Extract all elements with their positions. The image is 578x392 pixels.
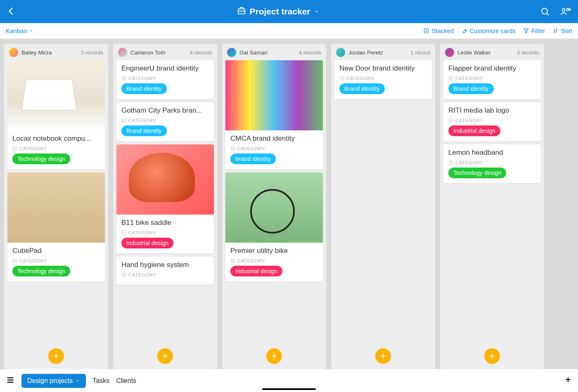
record-card[interactable]: Premier utility bikeCATEGORYIndustrial d… bbox=[225, 172, 323, 281]
record-card[interactable]: EngineerU brand identityCATEGORYBrand id… bbox=[116, 60, 214, 99]
field-label: CATEGORY bbox=[339, 76, 427, 81]
column-cards: Locax notebook compu...CATEGORYTechnolog… bbox=[4, 60, 108, 344]
search-button[interactable] bbox=[540, 7, 550, 17]
add-record-button[interactable] bbox=[375, 348, 391, 364]
column-cards: EngineerU brand identityCATEGORYBrand id… bbox=[113, 60, 217, 344]
card-body: EngineerU brand identityCATEGORYBrand id… bbox=[116, 60, 214, 99]
add-record-button[interactable] bbox=[484, 348, 500, 364]
avatar bbox=[118, 48, 127, 57]
column-name: Cameron Toth bbox=[130, 50, 187, 56]
category-tag: Industrial design bbox=[230, 266, 282, 276]
column-header[interactable]: Cameron Toth4 records bbox=[113, 44, 217, 60]
add-record-wrap bbox=[222, 344, 326, 369]
column-header[interactable]: Bailey Mirza3 records bbox=[4, 44, 108, 60]
category-tag: Brand identity bbox=[448, 83, 494, 94]
sort-button[interactable]: Sort bbox=[552, 27, 572, 34]
kanban-column: Gal Samari4 recordsCMCA brand identityCA… bbox=[222, 44, 326, 369]
record-count: 4 records bbox=[299, 50, 321, 56]
record-count: 1 record bbox=[410, 50, 430, 56]
briefcase-icon bbox=[237, 6, 246, 17]
card-title: CubePad bbox=[12, 247, 100, 255]
card-title: Gotham City Parks bran... bbox=[121, 106, 209, 115]
column-cards: New Door brand identityCATEGORYBrand ide… bbox=[331, 60, 435, 344]
card-body: Gotham City Parks bran...CATEGORYBrand i… bbox=[116, 102, 214, 141]
card-title: Locax notebook compu... bbox=[12, 135, 100, 143]
record-card[interactable]: Flapper brand identityCATEGORYBrand iden… bbox=[443, 60, 541, 99]
svg-line-3 bbox=[547, 13, 549, 15]
record-card[interactable]: New Door brand identityCATEGORYBrand ide… bbox=[334, 60, 432, 99]
view-name-label: Kanban bbox=[6, 27, 27, 34]
card-body: RITI media lab logoCATEGORYIndustrial de… bbox=[443, 102, 541, 141]
field-label: CATEGORY bbox=[121, 272, 209, 277]
record-card[interactable]: Lemon headbandCATEGORYTechnology design bbox=[443, 144, 541, 183]
svg-rect-10 bbox=[13, 147, 17, 150]
card-body: Lemon headbandCATEGORYTechnology design bbox=[443, 144, 541, 183]
field-label: CATEGORY bbox=[448, 118, 536, 123]
category-tag: Industrial design bbox=[121, 238, 173, 248]
card-image bbox=[7, 60, 105, 130]
svg-rect-29 bbox=[449, 161, 452, 164]
card-title: Hand hygiene system bbox=[121, 261, 209, 269]
column-name: Leslie Walker bbox=[457, 50, 514, 56]
card-title: B11 bike saddle bbox=[121, 219, 209, 227]
card-image bbox=[116, 144, 214, 215]
filter-button[interactable]: Filter bbox=[523, 27, 545, 34]
svg-point-2 bbox=[542, 8, 547, 14]
field-label: CATEGORY bbox=[230, 146, 318, 151]
kanban-column: Leslie Walker3 recordsFlapper brand iden… bbox=[440, 44, 544, 369]
kanban-column: Bailey Mirza3 recordsLocax notebook comp… bbox=[4, 44, 108, 369]
view-switcher[interactable]: Kanban bbox=[6, 27, 34, 34]
record-card[interactable]: Locax notebook compu...CATEGORYTechnolog… bbox=[7, 60, 105, 169]
column-header[interactable]: Leslie Walker3 records bbox=[440, 44, 544, 60]
add-record-button[interactable] bbox=[266, 348, 282, 364]
kanban-board[interactable]: Bailey Mirza3 recordsLocax notebook comp… bbox=[0, 39, 578, 369]
avatar bbox=[445, 48, 454, 57]
svg-point-5 bbox=[566, 8, 569, 11]
svg-rect-21 bbox=[231, 259, 235, 262]
share-button[interactable] bbox=[560, 7, 571, 17]
card-title: Premier utility bike bbox=[230, 247, 318, 255]
category-tag: Brand identity bbox=[121, 125, 167, 136]
card-title: EngineerU brand identity bbox=[121, 64, 209, 73]
kanban-column: Cameron Toth4 recordsEngineerU brand ide… bbox=[113, 44, 217, 369]
field-label: CATEGORY bbox=[121, 118, 209, 123]
field-label: CATEGORY bbox=[121, 230, 209, 235]
chevron-down-icon bbox=[314, 7, 320, 17]
record-count: 3 records bbox=[517, 50, 539, 56]
card-image bbox=[7, 172, 105, 243]
card-body: New Door brand identityCATEGORYBrand ide… bbox=[334, 60, 432, 99]
record-card[interactable]: CubePadCATEGORYTechnology design bbox=[7, 172, 105, 281]
record-card[interactable]: Hand hygiene systemCATEGORY bbox=[116, 257, 214, 285]
category-tag: Industrial design bbox=[448, 125, 500, 136]
card-body: B11 bike saddleCATEGORYIndustrial design bbox=[116, 215, 214, 253]
svg-rect-20 bbox=[231, 147, 235, 150]
back-button[interactable] bbox=[7, 7, 17, 17]
card-title: RITI media lab logo bbox=[448, 106, 536, 115]
category-tag: Brand identity bbox=[121, 83, 167, 94]
record-card[interactable]: CMCA brand identityCATEGORYBrand identit… bbox=[225, 60, 323, 169]
base-title-dropdown[interactable]: Project tracker bbox=[17, 6, 540, 17]
card-body: Locax notebook compu...CATEGORYTechnolog… bbox=[7, 130, 105, 169]
card-body: CubePadCATEGORYTechnology design bbox=[7, 243, 105, 281]
add-record-button[interactable] bbox=[157, 348, 173, 364]
column-header[interactable]: Jordan Peretz1 record bbox=[331, 44, 435, 60]
kanban-column: Jordan Peretz1 recordNew Door brand iden… bbox=[331, 44, 435, 369]
card-title: Flapper brand identity bbox=[448, 64, 536, 73]
svg-rect-14 bbox=[122, 77, 126, 80]
record-card[interactable]: Gotham City Parks bran...CATEGORYBrand i… bbox=[116, 102, 214, 141]
record-card[interactable]: RITI media lab logoCATEGORYIndustrial de… bbox=[443, 102, 541, 141]
field-label: CATEGORY bbox=[230, 258, 318, 263]
avatar bbox=[336, 48, 345, 57]
record-count: 3 records bbox=[81, 50, 103, 56]
column-header[interactable]: Gal Samari4 records bbox=[222, 44, 326, 60]
card-title: New Door brand identity bbox=[339, 64, 427, 73]
add-record-wrap bbox=[440, 344, 544, 369]
card-image bbox=[225, 60, 323, 130]
record-card[interactable]: B11 bike saddleCATEGORYIndustrial design bbox=[116, 144, 214, 253]
customize-cards-button[interactable]: Customize cards bbox=[461, 27, 516, 34]
category-tag: Technology design bbox=[448, 168, 506, 178]
add-record-button[interactable] bbox=[48, 348, 64, 364]
card-body: Hand hygiene systemCATEGORY bbox=[116, 257, 214, 285]
stacked-toggle[interactable]: Stacked bbox=[423, 27, 454, 34]
svg-rect-15 bbox=[122, 119, 126, 122]
